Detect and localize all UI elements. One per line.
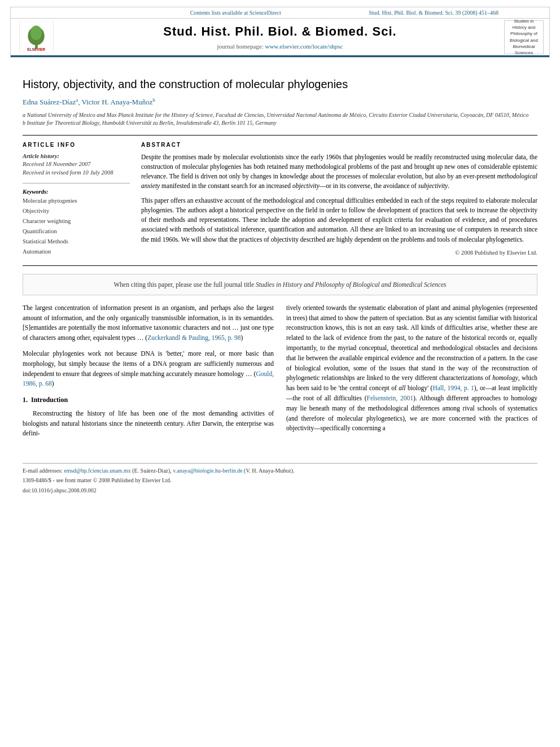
keyword-2: Objectivity [23, 206, 130, 216]
abstract-para-1: Despite the promises made by molecular e… [141, 152, 537, 191]
journal-title-center: Stud. Hist. Phil. Biol. & Biomed. Sci. j… [163, 23, 396, 51]
keyword-6: Automation [23, 247, 130, 257]
received-date: Received 18 November 2007 [23, 160, 130, 169]
keywords-section: Keywords: Molecular phytogenies Objectiv… [23, 188, 130, 257]
article-info-col: ARTICLE INFO Article history: Received 1… [23, 141, 130, 257]
section-heading-intro: 1. Introduction [23, 395, 274, 405]
keyword-5: Statistical Methods [23, 237, 130, 247]
author-a-sup: a [76, 97, 78, 103]
section-divider [23, 265, 537, 266]
affiliation-a: a National University of Mexico and Max … [23, 111, 537, 119]
affiliation-b: b Institute for Theoretical Biology, Hum… [23, 119, 537, 127]
separator-line-1 [23, 183, 130, 184]
journal-homepage: journal homepage: www.elsevier.com/locat… [163, 42, 396, 51]
article-title: History, objectivity, and the constructi… [23, 76, 537, 92]
email-a[interactable]: emsd@hp.fciencias.unam.mx [64, 468, 130, 474]
author-a-name: Edna Suárez-Díaz [23, 98, 76, 107]
body-col-right: tively oriented towards the systematic e… [286, 303, 537, 445]
article-content: History, objectivity, and the constructi… [0, 58, 560, 453]
revised-date: Received in revised form 10 July 2008 [23, 169, 130, 177]
keyword-1: Molecular phytogenies [23, 196, 130, 206]
info-abstract-section: ARTICLE INFO Article history: Received 1… [23, 135, 537, 257]
page: Contents lists available at ScienceDirec… [0, 7, 560, 747]
sciencedirect-link[interactable]: ScienceDirect [250, 10, 281, 16]
abstract-label: ABSTRACT [141, 141, 537, 149]
keyword-4: Quantification [23, 226, 130, 237]
copyright: © 2008 Published by Elsevier Ltd. [141, 249, 537, 257]
journal-logo-right: Studies in History and Philosophy of Bio… [504, 20, 544, 54]
article-footer: E-mail addresses: emsd@hp.fciencias.unam… [23, 463, 537, 498]
body-quote-1: The largest concentration of information… [23, 303, 274, 343]
email-footnote: E-mail addresses: emsd@hp.fciencias.unam… [23, 467, 537, 475]
abstract-para-2: This paper offers an exhaustive account … [141, 196, 537, 244]
header-divider [11, 55, 549, 57]
body-section: The largest concentration of information… [23, 303, 537, 445]
body-intro-para: Reconstructing the history of life has b… [23, 409, 274, 439]
email-label: E-mail addresses: [23, 468, 63, 474]
email-b-name: (V. H. Anaya-Muñoz). [244, 468, 295, 474]
svg-text:ELSEVIER: ELSEVIER [27, 47, 45, 51]
journal-header-top: Contents lists available at ScienceDirec… [11, 7, 549, 19]
issn-line: 1369-8486/$ - see front matter © 2008 Pu… [23, 477, 537, 484]
keyword-3: Character weighting [23, 216, 130, 226]
journal-title: Stud. Hist. Phil. Biol. & Biomed. Sci. [163, 23, 396, 41]
body-col-left: The largest concentration of information… [23, 303, 274, 445]
journal-header-middle: ELSEVIER Stud. Hist. Phil. Biol. & Biome… [11, 19, 549, 55]
abstract-col: ABSTRACT Despite the promises made by mo… [141, 141, 537, 257]
affiliations: a National University of Mexico and Max … [23, 111, 537, 127]
article-info-label: ARTICLE INFO [23, 141, 130, 149]
citation-box: When citing this paper, please use the f… [23, 274, 537, 295]
email-b[interactable]: v.anaya@biologie.hu-berlin.de [173, 468, 242, 474]
keywords-list: Molecular phytogenies Objectivity Charac… [23, 196, 130, 256]
logo-right-text: Studies in History and Philosophy of Bio… [506, 18, 541, 56]
body-quote-2: Molecular phylogenies work not because D… [23, 349, 274, 389]
keywords-label: Keywords: [23, 188, 130, 196]
citation-ref: Stud. Hist. Phil. Biol. & Biomed. Sci. 3… [369, 9, 498, 17]
abstract-text: Despite the promises made by molecular e… [141, 152, 537, 244]
top-text: Contents lists available at [190, 10, 248, 16]
body-right-para-1: tively oriented towards the systematic e… [286, 303, 537, 434]
journal-header: Contents lists available at ScienceDirec… [10, 7, 550, 58]
svg-point-3 [30, 25, 41, 40]
authors-line: Edna Suárez-Díaza, Victor H. Anaya-Muñoz… [23, 97, 537, 108]
author-b-sup: b [152, 97, 155, 103]
elsevier-logo-left: ELSEVIER [16, 20, 56, 54]
history-label: Article history: [23, 152, 130, 161]
article-history: Article history: Received 18 November 20… [23, 152, 130, 177]
author-b-name: Victor H. Anaya-Muñoz [81, 98, 152, 107]
email-a-name: (E. Suárez-Díaz), [132, 468, 172, 474]
doi-line: doi:10.1016/j.shpsc.2008.09.002 [23, 487, 537, 495]
